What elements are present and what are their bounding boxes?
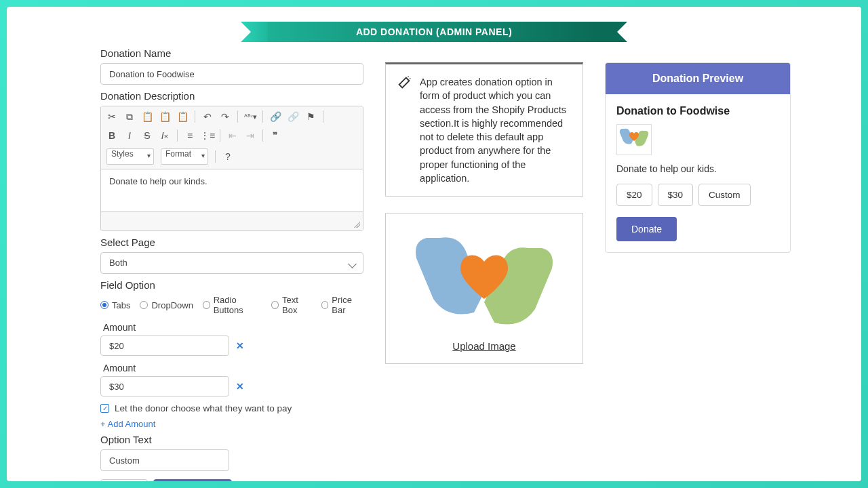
- info-card: App creates donation option in form of p…: [385, 62, 583, 197]
- donation-desc-label: Donation Description: [100, 90, 363, 102]
- radio-textbox[interactable]: Text Box: [271, 295, 311, 315]
- styles-select[interactable]: Styles: [106, 148, 154, 165]
- spellcheck-icon[interactable]: ᴬᴮᶜ▾: [245, 111, 256, 122]
- italic-icon[interactable]: I: [124, 130, 135, 141]
- anchor-icon[interactable]: ⚑: [305, 111, 316, 122]
- preview-card: Donation Preview Donation to Foodwise Do…: [605, 62, 791, 253]
- preview-header: Donation Preview: [606, 63, 790, 94]
- paste-word-icon[interactable]: 📋: [177, 111, 188, 122]
- donate-button[interactable]: Donate: [616, 217, 677, 241]
- copy-icon[interactable]: ⧉: [124, 111, 135, 122]
- amount-label-2: Amount: [103, 363, 363, 373]
- donation-name-input[interactable]: [100, 63, 363, 85]
- blockquote-icon[interactable]: ❞: [270, 130, 281, 141]
- amount-input-2[interactable]: [100, 376, 229, 396]
- hands-heart-icon: [406, 224, 562, 329]
- field-option-label: Field Option: [100, 279, 363, 291]
- cut-icon[interactable]: ✂: [106, 111, 117, 122]
- editor-textarea[interactable]: Donate to help our kinds.: [101, 169, 363, 211]
- link-icon[interactable]: 🔗: [270, 111, 281, 122]
- radio-pricebar[interactable]: Price Bar: [321, 295, 363, 315]
- donation-name-label: Donation Name: [100, 47, 363, 59]
- indent-icon[interactable]: ⇥: [245, 130, 256, 141]
- outdent-icon[interactable]: ⇤: [227, 130, 238, 141]
- cancel-button[interactable]: Cancle: [100, 479, 148, 481]
- radio-dropdown[interactable]: DropDown: [140, 300, 193, 310]
- page-ribbon: ADD DONATION (ADMIN PANEL): [241, 22, 627, 42]
- upload-image-link[interactable]: Upload Image: [452, 340, 515, 352]
- radio-buttons[interactable]: Radio Buttons: [203, 295, 262, 315]
- field-option-group: Tabs DropDown Radio Buttons Text Box Pri…: [100, 295, 363, 315]
- save-button[interactable]: Save Donation: [153, 479, 231, 481]
- undo-icon[interactable]: ↶: [202, 111, 213, 122]
- amount-input-1[interactable]: [100, 336, 229, 356]
- strike-icon[interactable]: S: [142, 130, 153, 141]
- format-select[interactable]: Format: [161, 148, 208, 165]
- numbered-list-icon[interactable]: ≡: [184, 130, 195, 141]
- amount-label-1: Amount: [103, 322, 363, 333]
- preview-tab-20[interactable]: $20: [616, 184, 652, 206]
- custom-amount-checkbox[interactable]: ✓: [100, 404, 109, 413]
- info-text: App creates donation option in form of p…: [420, 75, 572, 185]
- remove-amount-1[interactable]: ✕: [236, 340, 244, 351]
- preview-tab-custom[interactable]: Custom: [698, 184, 751, 206]
- select-page-label: Select Page: [100, 237, 363, 248]
- paste-text-icon[interactable]: 📋: [159, 111, 170, 122]
- unlink-icon[interactable]: 🔗: [288, 111, 298, 122]
- preview-desc: Donate to help our kids.: [616, 163, 779, 174]
- page-title: ADD DONATION (ADMIN PANEL): [268, 22, 600, 42]
- option-text-label: Option Text: [100, 434, 363, 445]
- paste-icon[interactable]: 📋: [142, 111, 153, 122]
- editor-resize-handle[interactable]: [101, 211, 363, 230]
- select-page-dropdown[interactable]: Both: [100, 252, 363, 274]
- remove-format-icon[interactable]: I×: [159, 130, 170, 141]
- bold-icon[interactable]: B: [106, 130, 117, 141]
- redo-icon[interactable]: ↷: [220, 111, 231, 122]
- preview-title: Donation to Foodwise: [616, 105, 779, 117]
- custom-amount-label: Let the donor choose what they want to p…: [115, 403, 292, 413]
- option-text-input[interactable]: [100, 449, 229, 471]
- bullet-list-icon[interactable]: ⋮≡: [202, 130, 213, 141]
- rich-text-editor: ✂ ⧉ 📋 📋 📋 ↶ ↷ ᴬᴮᶜ▾ 🔗 🔗 ⚑ B: [100, 106, 363, 231]
- remove-amount-2[interactable]: ✕: [236, 381, 244, 392]
- radio-tabs[interactable]: Tabs: [100, 300, 130, 310]
- upload-card: Upload Image: [385, 213, 583, 364]
- help-icon[interactable]: ?: [222, 151, 233, 162]
- add-amount-link[interactable]: + Add Amount: [100, 419, 155, 429]
- magic-wand-icon: [397, 75, 412, 185]
- preview-image: [616, 124, 652, 155]
- preview-tab-30[interactable]: $30: [658, 184, 694, 206]
